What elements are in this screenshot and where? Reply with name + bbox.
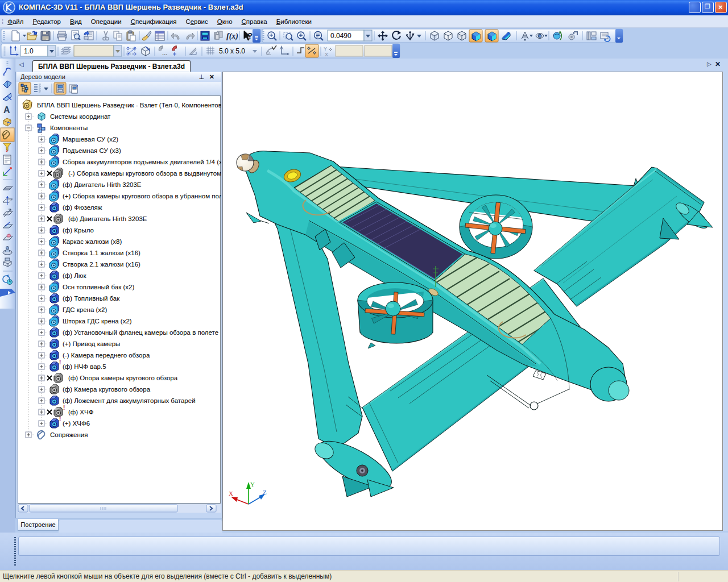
svg-text:Системы координат: Системы координат — [50, 113, 111, 120]
svg-text:Y: Y — [324, 46, 327, 52]
svg-text:Створка 2.1 жалюзи (х16): Створка 2.1 жалюзи (х16) — [63, 261, 140, 268]
svg-text:(ф) Двигатель Hirth 3203E: (ф) Двигатель Hirth 3203E — [68, 215, 147, 222]
svg-text:(+) Сборка камеры кругового об: (+) Сборка камеры кругового обзора в убр… — [63, 193, 221, 199]
svg-text:f(x): f(x) — [226, 32, 238, 41]
svg-text:Сопряжения: Сопряжения — [50, 431, 88, 438]
svg-text:Сборка аккумуляторов подъемных: Сборка аккумуляторов подъемных двигателе… — [63, 159, 221, 165]
svg-text:0.0490: 0.0490 — [330, 32, 351, 40]
svg-text:(+) ХЧФ6: (+) ХЧФ6 — [63, 420, 90, 427]
svg-text:Маршевая СУ (х2): Маршевая СУ (х2) — [63, 136, 118, 143]
svg-text:Шторка ГДС крена (х2): Шторка ГДС крена (х2) — [63, 318, 132, 325]
svg-text:Каркас жалюзи (х8): Каркас жалюзи (х8) — [63, 238, 122, 245]
svg-text:(ф) Двигатель Hirth 3203E: (ф) Двигатель Hirth 3203E — [63, 181, 142, 188]
svg-text:Y: Y — [250, 481, 255, 488]
svg-text:Компоненты: Компоненты — [50, 124, 88, 131]
svg-text:5.0 x 5.0: 5.0 x 5.0 — [219, 47, 245, 55]
svg-text:A: A — [3, 105, 10, 115]
svg-text:?: ? — [247, 31, 253, 40]
svg-text:(+) Привод камеры: (+) Привод камеры — [63, 340, 120, 347]
svg-text:!: ! — [59, 359, 61, 365]
svg-text:(-) Камера переднего обзора: (-) Камера переднего обзора — [63, 352, 150, 359]
svg-text:Z: Z — [263, 489, 267, 496]
svg-text:(ф) Фюзеляж: (ф) Фюзеляж — [63, 204, 102, 211]
svg-text:!: ! — [59, 416, 61, 422]
svg-text:(ф) ХЧФ: (ф) ХЧФ — [68, 409, 94, 415]
svg-text:(ф) Опора камеры кругового обз: (ф) Опора камеры кругового обзора — [68, 375, 178, 381]
svg-text:1.0: 1.0 — [24, 47, 34, 55]
svg-text:Осн топливный бак (х2): Осн топливный бак (х2) — [63, 284, 134, 290]
svg-text:(ф) Установочный фланец камеры: (ф) Установочный фланец камеры обзора в … — [63, 329, 218, 336]
svg-text:(ф) Ложемент для аккумуляторны: (ф) Ложемент для аккумуляторных батарей — [63, 397, 196, 404]
svg-text:БПЛА ВВП Шершень Разведчик - В: БПЛА ВВП Шершень Разведчик - Взлет (Тел-… — [37, 102, 221, 109]
svg-text:(-) Сборка камеры кругового об: (-) Сборка камеры кругового обзора в выд… — [68, 170, 221, 177]
svg-text:(ф) НЧФ вар.5: (ф) НЧФ вар.5 — [63, 363, 106, 370]
svg-text:(ф) Камера кругового обзора: (ф) Камера кругового обзора — [63, 386, 151, 393]
svg-text:Створка 1.1 жалюзи (х16): Створка 1.1 жалюзи (х16) — [63, 250, 140, 256]
svg-text:Подъемная СУ (х3): Подъемная СУ (х3) — [63, 147, 121, 154]
svg-text:...: ... — [162, 49, 167, 56]
svg-text:(ф) Крыло: (ф) Крыло — [63, 227, 94, 234]
svg-text:!: ! — [63, 405, 65, 411]
svg-text:X: X — [325, 52, 328, 57]
svg-text:(ф) Люк: (ф) Люк — [63, 272, 86, 279]
svg-text:X: X — [229, 490, 233, 497]
svg-text:(ф) Топливный бак: (ф) Топливный бак — [63, 295, 120, 302]
svg-text:ГДС крена (х2): ГДС крена (х2) — [63, 306, 107, 313]
